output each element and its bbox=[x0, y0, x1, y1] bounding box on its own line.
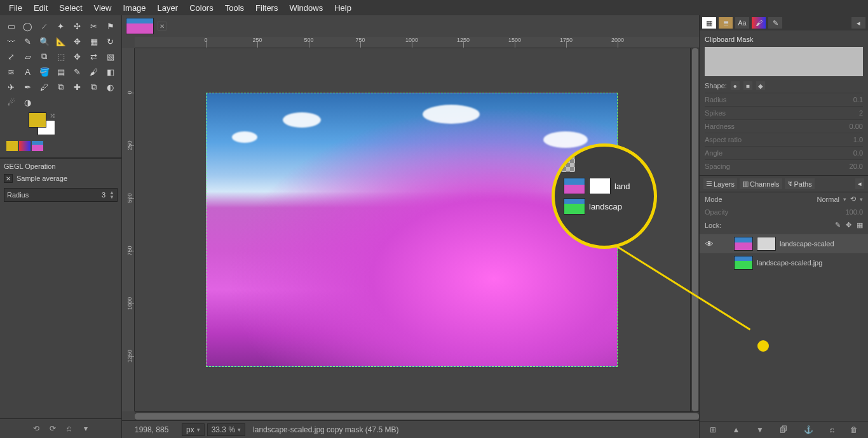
radius-spinner[interactable]: ▲▼ bbox=[109, 190, 114, 199]
tool-warp[interactable]: ≋ bbox=[4, 65, 19, 79]
menu-colors[interactable]: Colors bbox=[184, 1, 219, 15]
menu-edit[interactable]: Edit bbox=[29, 1, 53, 15]
sample-average-checkbox[interactable]: ✕ bbox=[4, 174, 13, 183]
tool-gradient[interactable]: ▤ bbox=[53, 65, 69, 79]
tool-bucket-fill[interactable]: 🪣 bbox=[37, 65, 52, 79]
image-tab[interactable] bbox=[126, 18, 154, 34]
horizontal-ruler[interactable]: 025050075010001250150017502000 bbox=[135, 37, 699, 48]
color-swatches[interactable]: ⤭ bbox=[29, 113, 60, 138]
layer-up-button[interactable]: ▲ bbox=[732, 425, 740, 434]
menu-view[interactable]: View bbox=[89, 1, 117, 15]
dock-tab-tool-presets[interactable]: ✎ bbox=[768, 17, 782, 29]
tool-clone[interactable]: ⧉ bbox=[53, 80, 69, 94]
tool-heal[interactable]: ✚ bbox=[70, 80, 85, 94]
dock-tab-brushes[interactable]: ▦ bbox=[702, 17, 716, 29]
new-layer-button[interactable]: ⊞ bbox=[710, 425, 716, 434]
tool-airbrush[interactable]: ✈ bbox=[4, 80, 19, 94]
brush-prop-radius[interactable]: Radius0.1 bbox=[705, 93, 863, 106]
close-tab-button[interactable]: ✕ bbox=[158, 22, 166, 30]
menu-layer[interactable]: Layer bbox=[153, 1, 184, 15]
tool-rect-select[interactable]: ▭ bbox=[4, 19, 19, 33]
lock-alpha-icon[interactable]: ▦ bbox=[857, 221, 863, 229]
dock-config-icon[interactable]: ◂ bbox=[851, 17, 865, 29]
vertical-ruler[interactable]: 025050075010001250 bbox=[122, 48, 135, 411]
mode-value[interactable]: Normal bbox=[817, 196, 839, 203]
tool-fuzzy-select[interactable]: ✦ bbox=[53, 19, 69, 33]
menu-tools[interactable]: Tools bbox=[220, 1, 249, 15]
tool-pencil[interactable]: ✎ bbox=[70, 65, 85, 79]
active-pattern-thumb[interactable] bbox=[19, 141, 31, 151]
tool-dodge-burn[interactable]: ◑ bbox=[20, 95, 36, 109]
brush-preview[interactable] bbox=[705, 47, 863, 76]
shape-diamond[interactable]: ◆ bbox=[756, 81, 765, 90]
tool-perspective[interactable]: ⧉ bbox=[37, 50, 52, 63]
menu-filters[interactable]: Filters bbox=[250, 1, 283, 15]
delete-preset-button[interactable]: ⎌ bbox=[63, 423, 76, 434]
menu-select[interactable]: Select bbox=[54, 1, 87, 15]
tool-cage[interactable]: ▧ bbox=[103, 50, 118, 63]
foreground-color[interactable] bbox=[29, 113, 46, 127]
merge-layer-button[interactable]: ⎌ bbox=[830, 425, 834, 434]
tool-align[interactable]: ▦ bbox=[86, 34, 102, 48]
tool-color-select[interactable]: ✣ bbox=[70, 19, 85, 33]
tab-layers[interactable]: ☰Layers bbox=[703, 178, 737, 189]
tool-shear[interactable]: ▱ bbox=[20, 50, 36, 63]
brush-prop-hardness[interactable]: Hardness0.00 bbox=[705, 119, 863, 133]
zoom-selector[interactable]: 33.3 %▾ bbox=[207, 423, 245, 436]
brush-prop-spikes[interactable]: Spikes2 bbox=[705, 106, 863, 119]
layer-row[interactable]: 👁landscape-scaled bbox=[700, 234, 868, 253]
dock-tab-fonts[interactable]: Aa bbox=[735, 17, 749, 29]
lock-pixels-icon[interactable]: ✎ bbox=[835, 221, 841, 229]
save-preset-button[interactable]: ⟲ bbox=[30, 423, 43, 434]
shape-circle[interactable]: ● bbox=[731, 81, 740, 90]
unit-selector[interactable]: px▾ bbox=[182, 423, 205, 436]
tool-color-picker[interactable]: ✎ bbox=[20, 34, 36, 48]
chevron-down-icon[interactable]: ▾ bbox=[843, 196, 846, 202]
brush-prop-angle[interactable]: Angle0.0 bbox=[705, 146, 863, 159]
duplicate-layer-button[interactable]: 🗐 bbox=[780, 425, 787, 434]
tool-ellipse-select[interactable]: ◯ bbox=[20, 19, 36, 33]
active-gradient-thumb[interactable] bbox=[32, 141, 43, 151]
tab-paths[interactable]: ↯Paths bbox=[785, 178, 815, 189]
opacity-value[interactable]: 100.0 bbox=[845, 208, 863, 216]
tool-smudge[interactable]: ☄ bbox=[4, 95, 19, 109]
tool-paths[interactable]: 〰 bbox=[4, 34, 19, 48]
radius-slider[interactable]: Radius 3 ▲▼ bbox=[4, 188, 118, 202]
layer-down-button[interactable]: ▼ bbox=[756, 425, 764, 434]
tool-ink[interactable]: ✒ bbox=[20, 80, 36, 94]
vertical-scrollbar[interactable] bbox=[690, 48, 699, 411]
horizontal-scrollbar[interactable] bbox=[135, 411, 699, 420]
tool-unified-transform[interactable]: ⬚ bbox=[53, 50, 69, 63]
tool-measure[interactable]: 📐 bbox=[53, 34, 69, 48]
tool-flip[interactable]: ⇄ bbox=[86, 50, 102, 63]
delete-layer-button[interactable]: 🗑 bbox=[850, 425, 858, 434]
layer-thumb[interactable] bbox=[734, 237, 753, 251]
anchor-layer-button[interactable]: ⚓ bbox=[804, 425, 813, 434]
menu-image[interactable]: Image bbox=[118, 1, 151, 15]
menu-help[interactable]: Help bbox=[329, 1, 356, 15]
restore-preset-button[interactable]: ⟳ bbox=[46, 423, 59, 434]
tool-eraser[interactable]: ◧ bbox=[103, 65, 118, 79]
brush-prop-spacing[interactable]: Spacing20.0 bbox=[705, 159, 863, 173]
layer-thumb[interactable] bbox=[734, 256, 753, 270]
tool-text[interactable]: A bbox=[20, 65, 36, 79]
layer-visibility-icon[interactable]: 👁 bbox=[703, 239, 715, 249]
tool-scissors[interactable]: ✂ bbox=[86, 19, 102, 33]
mode-reset-icon[interactable]: ⟲ bbox=[850, 195, 856, 203]
tool-blur-sharpen[interactable]: ◐ bbox=[103, 80, 118, 94]
dock-tab-patterns[interactable]: ≣ bbox=[719, 17, 733, 29]
tool-zoom[interactable]: 🔍 bbox=[37, 34, 52, 48]
active-brush-thumb[interactable] bbox=[6, 141, 18, 151]
tool-scale[interactable]: ⤢ bbox=[4, 50, 19, 63]
layers-config-icon[interactable]: ◂ bbox=[855, 178, 864, 189]
swap-colors-icon[interactable]: ⤭ bbox=[50, 112, 55, 120]
lock-position-icon[interactable]: ✥ bbox=[846, 221, 851, 229]
layer-row[interactable]: landscape-scaled.jpg bbox=[700, 253, 868, 272]
tool-move[interactable]: ✥ bbox=[70, 34, 85, 48]
shape-square[interactable]: ■ bbox=[743, 81, 752, 90]
tool-mypaint[interactable]: 🖊 bbox=[37, 80, 52, 94]
menu-file[interactable]: File bbox=[4, 1, 27, 15]
layer-name[interactable]: landscape-scaled bbox=[780, 240, 834, 248]
tool-perspective-clone[interactable]: ⧉ bbox=[86, 80, 102, 94]
brush-prop-aspect-ratio[interactable]: Aspect ratio1.0 bbox=[705, 133, 863, 146]
